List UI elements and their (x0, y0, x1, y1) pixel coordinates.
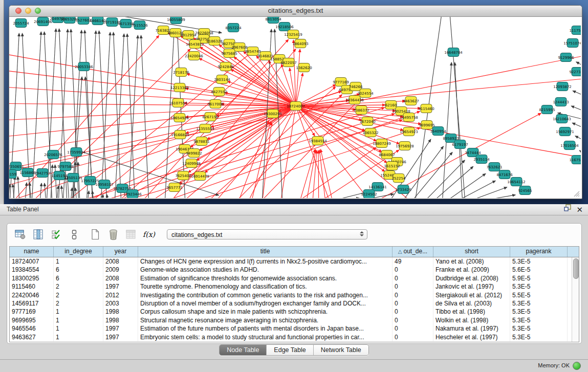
function-builder-icon[interactable]: f(x) (143, 228, 155, 240)
cell-name: 9115460 (10, 282, 54, 291)
table-row[interactable]: 946554611997Estimation of the future num… (10, 324, 579, 333)
cell-year: 2009 (103, 266, 138, 274)
cell-short: Franke et al. (2009) (433, 266, 510, 274)
graph-node-label: 19384554 (309, 139, 327, 143)
column-header-out_degree[interactable]: △out_de... (393, 247, 433, 257)
network-canvas[interactable]: 2055724206914062049719106532871527602646… (9, 17, 581, 198)
delete-table-icon[interactable] (125, 228, 137, 240)
graph-node-label: 62160 (385, 103, 397, 107)
graph-node-label: 2718176 (173, 71, 189, 75)
graph-node-label: 1864093 (292, 42, 308, 46)
close-panel-icon[interactable]: ✕ (576, 206, 583, 213)
minimize-traffic-light-button[interactable] (25, 8, 31, 14)
column-header-title[interactable]: title (138, 247, 393, 257)
graph-node-label: 11355554 (196, 127, 214, 131)
resize-grip-icon[interactable] (573, 190, 580, 197)
graph-node-label: 20364436 (345, 98, 364, 102)
table-row[interactable]: 969969511998Structural magnetic resonanc… (10, 316, 579, 324)
cell-short: Stergiakouli et al. (2012) (433, 291, 510, 299)
zoom-traffic-light-button[interactable] (35, 8, 41, 14)
cell-short: Wolkin et al. (1998) (433, 316, 510, 324)
graph-node-label: 8684067 (379, 153, 395, 157)
graph-node-label: 7386372 (353, 108, 369, 113)
cell-name: 9699695 (10, 316, 54, 324)
graph-edge (455, 62, 463, 198)
table-select-dropdown[interactable]: citations_edges.txt (167, 229, 367, 239)
graph-node-label: 746266 (349, 85, 363, 89)
column-header-in_degree[interactable]: in_degree (54, 247, 103, 257)
column-header-year[interactable]: year (103, 247, 138, 257)
cell-title: Embryonic stem cells: a model to study s… (138, 333, 393, 341)
memory-status-label: Memory: OK (538, 362, 570, 368)
graph-node-label: 8854749 (245, 50, 260, 54)
graph-node-label: 1672040 (359, 120, 375, 124)
column-header-short[interactable]: short (433, 247, 510, 257)
graph-edge (571, 106, 581, 113)
cell-pagerank: 5.3E-5 (510, 333, 568, 341)
cell-in_degree: 2 (54, 282, 103, 291)
graph-node-label: 9242848 (217, 65, 233, 69)
show-columns-icon[interactable] (32, 228, 45, 240)
tab-node-table[interactable]: Node Table (220, 345, 267, 355)
table-row[interactable]: 977716911998Corpus callosum shape and si… (10, 308, 579, 316)
tab-network-table[interactable]: Network Table (314, 345, 368, 355)
graph-edge (9, 106, 296, 121)
graph-edge (75, 188, 77, 198)
table-row[interactable]: 946362711997Embryonic stem cells: a mode… (10, 333, 579, 341)
new-table-icon[interactable] (89, 228, 101, 240)
table-row[interactable]: 1938455462009Genome-wide association stu… (10, 266, 579, 274)
row-height-icon[interactable] (68, 228, 80, 240)
float-window-icon[interactable] (564, 204, 572, 215)
graph-node-label: 1362620 (296, 66, 312, 70)
cell-short: Nakamura et al. (1997) (433, 324, 510, 333)
graph-node-label: 16107554 (169, 101, 187, 105)
dropdown-stepper-icon (360, 231, 364, 236)
graph-node-label: 1733426 (395, 188, 411, 192)
column-header-name[interactable]: name (10, 247, 54, 257)
graph-node-label: 1156868 (19, 171, 35, 175)
column-header-pagerank[interactable]: pagerank (510, 247, 568, 257)
cell-title: Estimation of significance thresholds fo… (138, 274, 393, 282)
cell-year: 1997 (103, 282, 138, 291)
cell-name: 22420046 (10, 291, 54, 299)
table-row[interactable]: 1830029562008Estimation of significance … (10, 274, 579, 282)
graph-node-label: 7632621 (486, 165, 502, 169)
graph-node-label: 6822057 (280, 61, 296, 65)
tab-edge-table[interactable]: Edge Table (267, 345, 313, 355)
table-row[interactable]: 2242004622012Investigating the contribut… (10, 291, 579, 299)
graph-edge (320, 149, 337, 198)
graph-edge (433, 166, 473, 198)
graph-edge (241, 98, 360, 198)
scrollbar-thumb[interactable] (573, 258, 579, 279)
graph-node-label: 9463627 (403, 99, 419, 103)
vertical-scrollbar[interactable] (572, 257, 579, 342)
table-row[interactable]: 911546021997Tourette syndrome. Phenomeno… (10, 282, 579, 291)
delete-trash-icon[interactable] (107, 228, 119, 240)
table-tabbar: Node TableEdge TableNetwork Table (0, 344, 588, 356)
cell-in_degree: 6 (54, 266, 103, 274)
left-dock-strip (0, 0, 4, 205)
graph-node-label: 1640954 (430, 129, 446, 134)
graph-edge (88, 191, 89, 198)
status-bar: Memory: OK (0, 359, 588, 372)
cell-in_degree: 1 (54, 257, 103, 266)
table-row[interactable]: 1872400712008Changes of HCN gene express… (10, 257, 579, 266)
cell-short: de Silva et al. (2003) (433, 299, 510, 308)
graph-node-label: 9129966 (558, 56, 574, 60)
cell-year: 2008 (103, 274, 138, 282)
table-row[interactable]: 1456911722003Disruption of a novel membe… (10, 299, 579, 308)
graph-node-label: 19654923 (400, 130, 418, 134)
network-window-titlebar[interactable]: citations_edges.txt (9, 6, 582, 17)
graph-node-label: 7625402 (175, 174, 191, 178)
cell-title: Investigating the contribution of common… (138, 291, 393, 299)
graph-node-label: 19756928 (396, 144, 414, 148)
select-rows-icon[interactable] (50, 228, 62, 240)
close-traffic-light-button[interactable] (15, 8, 21, 14)
graph-node-label: 8215955 (539, 108, 555, 112)
cell-title: Changes of HCN gene expression and I(f) … (138, 257, 393, 266)
table-settings-icon[interactable] (14, 228, 27, 240)
graph-edge (102, 194, 103, 198)
cell-out_degree: 49 (393, 257, 433, 266)
graph-node-label: 9115460 (418, 107, 434, 111)
graph-edge (61, 186, 63, 198)
